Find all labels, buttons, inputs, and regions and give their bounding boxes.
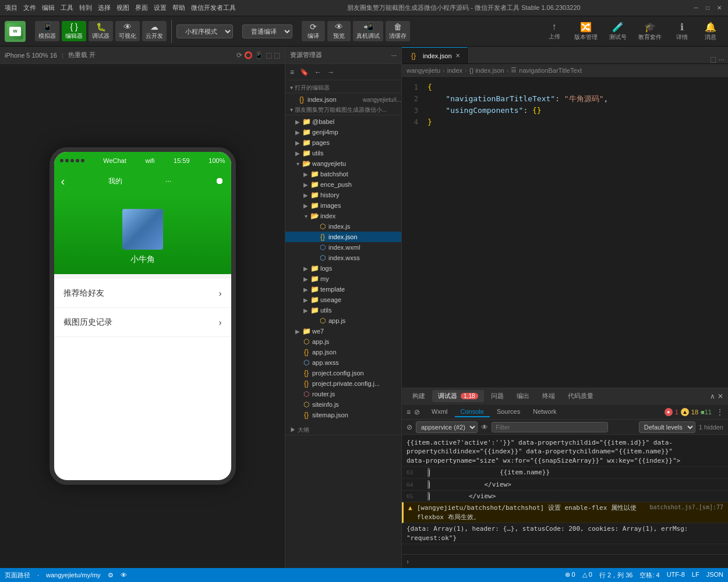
maximize-button[interactable]: □ — [704, 4, 712, 12]
menu-edit[interactable]: 编辑 — [42, 3, 55, 12]
test-num-button[interactable]: 🧪 测试号 — [605, 19, 631, 44]
devtools-tab-build[interactable]: 构建 — [407, 390, 431, 402]
details-button[interactable]: ℹ 详情 — [669, 19, 695, 44]
debugger-button[interactable]: 🐛 调试器 — [89, 21, 113, 41]
devtools-ban-icon[interactable]: ⊘ — [407, 423, 412, 431]
simulator-button[interactable]: 📱 模拟器 — [35, 21, 59, 41]
file-index-js[interactable]: ⬡ index.js — [285, 221, 401, 232]
devtools-tab-debugger[interactable]: 调试器 1,18 — [432, 390, 484, 402]
folder-logs[interactable]: ▶ 📁 logs — [285, 263, 401, 274]
file-tree-forward-btn[interactable]: → — [325, 67, 337, 77]
devtools-more-icon[interactable]: ⋮ — [716, 408, 723, 416]
devtools-close-icon[interactable]: ✕ — [718, 392, 723, 400]
close-button[interactable]: ✕ — [715, 4, 723, 12]
file-tree-bookmark-btn[interactable]: 🔖 — [298, 67, 311, 77]
console-source-link[interactable]: batchshot.js?.[sm]:77 — [650, 503, 723, 512]
tab-close-button[interactable]: ✕ — [455, 52, 460, 59]
cloud-button[interactable]: ☁ 云开发 — [142, 21, 167, 41]
devtools-tab-quality[interactable]: 代码质量 — [562, 390, 599, 402]
console-input[interactable] — [411, 558, 723, 565]
file-router-js[interactable]: ⬡ router.js — [285, 389, 401, 399]
editor-area[interactable]: 1 { 2 "navigationBarTitleText": "牛角源码", … — [402, 77, 728, 388]
window-controls[interactable]: ─ □ ✕ — [692, 4, 723, 12]
devtools-chevron-up-icon[interactable]: ∧ — [710, 392, 715, 400]
folder-genji4mp[interactable]: ▶ 📁 genji4mp — [285, 127, 401, 137]
menu-goto[interactable]: 转到 — [79, 3, 92, 12]
folder-useage[interactable]: ▶ 📁 useage — [285, 294, 401, 305]
preview-button[interactable]: 👁 预览 — [327, 21, 351, 41]
visual-button[interactable]: 👁 可视化 — [115, 21, 140, 41]
folder-wangyejietu[interactable]: ▾ 📂 wangyejietu — [285, 158, 401, 169]
minimize-button[interactable]: ─ — [692, 4, 700, 12]
file-app-js-inner[interactable]: ⬡ app.js — [285, 315, 401, 326]
menu-item-recommend[interactable]: 推荐给好友 › — [54, 279, 231, 308]
folder-template[interactable]: ▶ 📁 template — [285, 284, 401, 294]
menu-file[interactable]: 文件 — [23, 3, 36, 12]
file-tree-back-btn[interactable]: ← — [312, 67, 324, 77]
file-app-json[interactable]: {} app.json — [285, 347, 401, 357]
menu-bar[interactable]: 项目 文件 编辑 工具 转到 选择 视图 界面 设置 帮助 微信开发者工具 — [5, 3, 236, 12]
menu-select[interactable]: 选择 — [98, 3, 111, 12]
console-filter-input[interactable] — [492, 422, 608, 432]
open-file-index-json[interactable]: {} index.json wangyejietu/i... — [285, 94, 401, 105]
devtools-eye-icon[interactable]: 👁 — [481, 423, 488, 431]
devtools-list-icon[interactable]: ≡ — [407, 408, 411, 416]
folder-ence-push[interactable]: ▶ 📁 ence_push — [285, 179, 401, 190]
levels-selector[interactable]: Default levels — [639, 421, 695, 433]
file-index-wxml[interactable]: ⬡ index.wxml — [285, 242, 401, 253]
folder-history[interactable]: ▶ 📁 history — [285, 190, 401, 200]
mode-selector[interactable]: 小程序模式 — [176, 24, 233, 38]
toolbar-separator-1 — [171, 20, 172, 43]
file-app-wxss[interactable]: ⬡ app.wxss — [285, 357, 401, 368]
compile-button[interactable]: ⟳ 编译 — [302, 21, 325, 41]
devtools-filter-icon[interactable]: ⊘ — [414, 408, 420, 416]
menu-view[interactable]: 视图 — [116, 3, 129, 12]
devtools-subtab-network[interactable]: Network — [527, 407, 562, 417]
more-button[interactable]: ··· — [165, 177, 171, 185]
message-button[interactable]: 🔔 消息 — [697, 19, 723, 44]
devtools-subtab-wxml[interactable]: Wxml — [426, 407, 454, 417]
folder-utils-root[interactable]: ▶ 📁 utils — [285, 148, 401, 158]
menu-wechat-devtools[interactable]: 微信开发者工具 — [191, 3, 236, 12]
compile-selector[interactable]: 普通编译 — [242, 24, 292, 38]
tab-index-json[interactable]: {} index.json ✕ — [402, 47, 468, 63]
back-button[interactable]: ‹ — [61, 175, 65, 188]
editor-button[interactable]: { } 编辑器 — [62, 21, 86, 41]
file-sitemap-json[interactable]: {} sitemap.json — [285, 410, 401, 420]
upload-button[interactable]: ↑ 上传 — [541, 19, 567, 43]
editor-split-icon[interactable]: ⬚ — [710, 55, 716, 63]
file-index-wxss[interactable]: ⬡ index.wxss — [285, 253, 401, 263]
menu-help[interactable]: 帮助 — [172, 3, 185, 12]
file-tree-list-btn[interactable]: ≡ — [288, 67, 296, 77]
folder-batchshot[interactable]: ▶ 📁 batchshot — [285, 169, 401, 179]
folder-babel[interactable]: ▶ 📁 @babel — [285, 116, 401, 127]
folder-utils-inner[interactable]: ▶ 📁 utils — [285, 305, 401, 315]
menu-settings[interactable]: 设置 — [154, 3, 167, 12]
folder-we7[interactable]: ▶ 📁 we7 — [285, 326, 401, 336]
device-debug-button[interactable]: 📲 真机调试 — [353, 21, 383, 41]
file-project-config[interactable]: {} project.config.json — [285, 368, 401, 378]
version-mgmt-button[interactable]: 🔀 版本管理 — [570, 19, 602, 44]
folder-index[interactable]: ▾ 📂 index — [285, 211, 401, 221]
file-siteinfo-js[interactable]: ⬡ siteinfo.js — [285, 399, 401, 410]
devtools-subtab-console[interactable]: Console — [455, 407, 490, 417]
editor-more-icon[interactable]: ··· — [719, 55, 725, 63]
service-selector[interactable]: appservice (#2) — [416, 421, 478, 433]
folder-my[interactable]: ▶ 📁 my — [285, 274, 401, 284]
more-options-icon[interactable]: ··· — [391, 52, 397, 59]
clear-cache-button[interactable]: 🗑 清缓存 — [386, 21, 410, 41]
devtools-tab-terminal[interactable]: 终端 — [536, 390, 561, 402]
menu-tools[interactable]: 工具 — [61, 3, 73, 12]
devtools-subtab-sources[interactable]: Sources — [491, 407, 526, 417]
file-project-private[interactable]: {} project.private.config.j... — [285, 378, 401, 389]
menu-item-history[interactable]: 截图历史记录 › — [54, 308, 231, 337]
file-app-js[interactable]: ⬡ app.js — [285, 336, 401, 347]
edu-kit-button[interactable]: 🎓 教育套件 — [634, 19, 666, 44]
menu-project[interactable]: 项目 — [5, 3, 17, 12]
folder-pages[interactable]: ▶ 📁 pages — [285, 137, 401, 148]
devtools-tab-issues[interactable]: 问题 — [485, 390, 510, 402]
file-index-json[interactable]: {} index.json — [285, 232, 401, 242]
folder-images[interactable]: ▶ 📁 images — [285, 200, 401, 211]
devtools-tab-output[interactable]: 编出 — [511, 390, 535, 402]
menu-interface[interactable]: 界面 — [135, 3, 148, 12]
